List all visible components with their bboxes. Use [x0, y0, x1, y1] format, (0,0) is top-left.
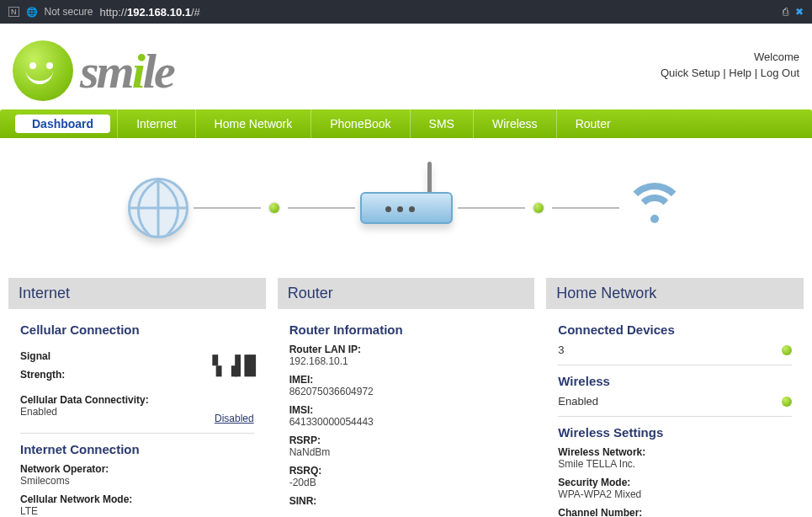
imei-label: IMEI:	[289, 374, 523, 386]
cellular-data-connectivity-value: Enabled	[20, 406, 149, 418]
status-dot-icon	[533, 203, 544, 213]
logo-face-icon	[13, 40, 73, 101]
camera-icon[interactable]: ⎙	[783, 6, 788, 18]
strength-label: Strength:	[20, 369, 65, 381]
rsrq-value: -20dB	[289, 477, 523, 488]
connector-line	[194, 207, 261, 209]
security-mode-value: WPA-WPA2 Mixed	[558, 488, 792, 500]
wireless-settings-heading: Wireless Settings	[558, 425, 792, 440]
status-dot-icon	[782, 397, 792, 407]
extension-icon[interactable]: ✖	[795, 6, 804, 18]
rsrp-label: RSRP:	[289, 434, 523, 446]
logout-link[interactable]: Log Out	[761, 67, 799, 79]
security-mode-label: Security Mode:	[558, 477, 792, 488]
logo-text: smile	[80, 43, 173, 99]
internet-panel: Internet Cellular Connection Signal Stre…	[8, 278, 266, 517]
tab-router[interactable]: Router	[556, 109, 629, 138]
router-lan-ip-value: 192.168.10.1	[289, 355, 523, 367]
logo: smile	[13, 40, 173, 101]
tab-dashboard[interactable]: Dashboard	[15, 115, 110, 133]
disabled-link[interactable]: Disabled	[215, 413, 254, 424]
cellular-network-mode-value: LTE	[20, 505, 254, 517]
home-network-panel: Home Network Connected Devices 3 Wireles…	[546, 278, 804, 517]
tab-wireless[interactable]: Wireless	[473, 109, 556, 138]
status-dot-icon	[269, 203, 279, 213]
welcome-text: Welcome	[661, 51, 799, 63]
rsrp-value: NaNdBm	[289, 446, 523, 458]
channel-number-label: Channel Number:	[558, 507, 792, 517]
globe-icon: 🌐	[26, 7, 38, 18]
main-nav: Dashboard Internet Home Network PhoneBoo…	[0, 109, 812, 138]
router-panel: Router Router Information Router LAN IP:…	[278, 278, 535, 517]
wireless-network-value: Smile TELLA Inc.	[558, 458, 792, 470]
connected-devices-heading: Connected Devices	[558, 322, 792, 337]
imei-value: 862075036604972	[289, 386, 523, 397]
cellular-network-mode-label: Cellular Network Mode:	[20, 493, 254, 505]
not-secure-label: Not secure	[45, 6, 93, 18]
lock-box-icon: N	[8, 7, 19, 17]
network-operator-label: Network Operator:	[20, 463, 254, 475]
page-header: smile Welcome Quick Setup | Help | Log O…	[0, 24, 812, 109]
wireless-heading: Wireless	[558, 374, 792, 388]
wifi-icon	[624, 183, 685, 233]
cellular-connection-heading: Cellular Connection	[20, 322, 254, 337]
url-field[interactable]: http://192.168.10.1/#	[100, 6, 200, 19]
wireless-network-label: Wireless Network:	[558, 446, 792, 458]
help-link[interactable]: Help	[729, 67, 751, 79]
connector-line	[288, 207, 355, 209]
imsi-label: IMSI:	[289, 404, 523, 416]
browser-address-bar: N 🌐 Not secure http://192.168.10.1/# ⎙ ✖	[0, 0, 812, 24]
router-icon	[360, 192, 453, 224]
tab-home-network[interactable]: Home Network	[195, 109, 311, 138]
panel-title: Internet	[8, 278, 266, 309]
network-operator-value: Smilecoms	[20, 475, 254, 487]
internet-globe-icon	[128, 178, 188, 238]
cellular-data-connectivity-label: Cellular Data Connectivity:	[20, 394, 149, 406]
panel-title: Router	[278, 278, 535, 309]
signal-label: Signal	[20, 350, 65, 362]
header-links: Welcome Quick Setup | Help | Log Out	[661, 40, 799, 79]
status-dot-icon	[782, 345, 792, 355]
imsi-value: 641330000054443	[289, 416, 523, 428]
connected-devices-value: 3	[558, 344, 564, 356]
panel-title: Home Network	[546, 278, 804, 309]
tab-phonebook[interactable]: PhoneBook	[310, 109, 409, 138]
rsrq-label: RSRQ:	[289, 465, 523, 477]
tab-internet[interactable]: Internet	[117, 109, 194, 138]
tab-sms[interactable]: SMS	[410, 109, 473, 138]
signal-strength-icon: ▝▖▗▌█	[206, 355, 253, 376]
connector-line	[552, 207, 619, 209]
wireless-status-value: Enabled	[558, 395, 598, 408]
connection-diagram	[0, 153, 812, 263]
dashboard-panels: Internet Cellular Connection Signal Stre…	[0, 278, 812, 517]
connector-line	[458, 207, 525, 209]
sinr-label: SINR:	[289, 495, 523, 507]
router-lan-ip-label: Router LAN IP:	[289, 344, 523, 355]
router-information-heading: Router Information	[289, 322, 523, 337]
quick-setup-link[interactable]: Quick Setup	[661, 67, 720, 79]
internet-connection-heading: Internet Connection	[20, 442, 254, 456]
